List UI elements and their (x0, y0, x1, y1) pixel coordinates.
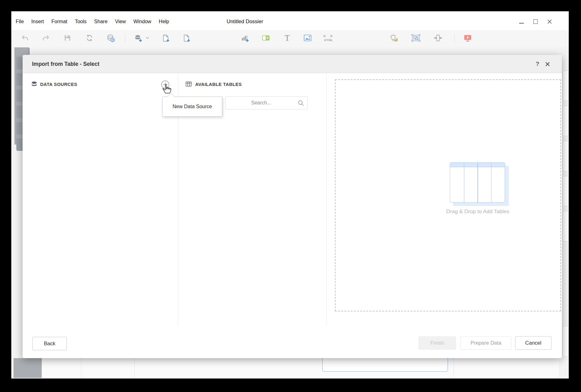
screen: File Insert Format Tools Share View Wind… (0, 0, 581, 392)
presentation-mode-button[interactable] (462, 31, 474, 45)
maximize-button[interactable] (533, 19, 538, 24)
image-icon (303, 34, 312, 42)
close-window-button[interactable] (547, 19, 552, 24)
dialog-title: Import from Table - Select (32, 55, 100, 73)
import-from-table-dialog: Import from Table - Select ? DATA SOURCE… (23, 55, 562, 358)
refresh-icon (85, 34, 94, 42)
background-panel (29, 358, 559, 378)
text-icon: T (285, 34, 290, 42)
tooltip-text: New Data Source (173, 104, 212, 109)
panel-add-icon (182, 34, 191, 42)
menu-window[interactable]: Window (133, 19, 152, 24)
background-divider (454, 358, 454, 378)
titlebar: File Insert Format Tools Share View Wind… (11, 11, 569, 32)
background-format-tile (562, 176, 569, 206)
menu-help[interactable]: Help (158, 19, 170, 24)
save-button[interactable] (62, 31, 73, 45)
menu-format[interactable]: Format (51, 19, 68, 24)
insert-page-button[interactable] (159, 31, 171, 45)
insert-panel-button[interactable] (180, 31, 192, 45)
background-format-tile (562, 326, 569, 357)
undo-icon (21, 34, 29, 42)
document-title: Untitled Dossier (227, 11, 263, 32)
insert-text-button[interactable]: T (281, 31, 293, 45)
menu-file[interactable]: File (15, 19, 24, 24)
contextual-insights-button[interactable] (388, 31, 400, 45)
free-form-layout-button[interactable] (410, 31, 422, 45)
redo-button[interactable] (40, 31, 52, 45)
toolbar: T < > HTML (11, 30, 569, 47)
insert-selector-button[interactable] (260, 31, 272, 45)
dialog-close-button[interactable] (545, 55, 550, 73)
finish-button[interactable]: Finish (418, 336, 456, 350)
drop-hint-text: Drag & Drop to Add Tables (415, 209, 541, 215)
insert-html-button[interactable]: < > HTML (323, 31, 335, 45)
toolbar-separator (454, 34, 455, 43)
data-sources-heading: DATA SOURCES (40, 82, 77, 87)
prepare-data-button[interactable]: Prepare Data (460, 336, 511, 350)
background-format-tile (562, 211, 569, 241)
background-divider (134, 358, 135, 378)
minimize-icon (519, 23, 524, 24)
save-icon (63, 34, 72, 42)
cancel-button[interactable]: Cancel (515, 336, 551, 350)
table-drop-zone[interactable]: Drag & Drop to Add Tables (335, 79, 561, 311)
hand-cursor (162, 84, 172, 94)
database-icon (31, 81, 38, 87)
menu-tools[interactable]: Tools (74, 19, 87, 24)
maximize-icon (533, 19, 538, 24)
table-illustration-column-line (464, 163, 465, 202)
fit-to-window-button[interactable] (432, 31, 444, 45)
menu-insert[interactable]: Insert (31, 19, 45, 24)
search-icon[interactable] (298, 100, 304, 107)
add-data-button[interactable] (132, 31, 144, 45)
available-tables-heading: AVAILABLE TABLES (195, 82, 242, 87)
background-divider (81, 358, 81, 378)
html-word: HTML (324, 38, 333, 42)
page-add-icon (161, 34, 170, 42)
dialog-header: Import from Table - Select ? (23, 55, 562, 73)
table-illustration (450, 162, 505, 203)
html-brackets: < > (323, 34, 334, 38)
search-input[interactable] (226, 97, 307, 109)
chart-add-icon (240, 34, 249, 42)
back-button[interactable]: Back (32, 337, 67, 350)
panel-divider (326, 73, 327, 326)
table-illustration-column-line (491, 163, 492, 202)
refresh-button[interactable] (83, 31, 95, 45)
presentation-icon (463, 34, 472, 42)
dialog-help-button[interactable]: ? (535, 55, 539, 73)
table-illustration-column-line (477, 163, 478, 202)
background-format-tile (562, 71, 569, 101)
add-data-dropdown[interactable] (144, 31, 151, 45)
minimize-button[interactable] (519, 19, 524, 24)
fit-width-icon (433, 34, 442, 42)
insert-image-button[interactable] (302, 31, 314, 45)
window-controls (519, 11, 552, 32)
html-icon: < > HTML (323, 34, 334, 42)
toolbar-separator (125, 34, 125, 43)
database-pause-icon (106, 34, 115, 42)
dialog-close-icon (545, 62, 550, 66)
insert-visualization-button[interactable] (239, 31, 251, 45)
menubar: File Insert Format Tools Share View Wind… (15, 11, 170, 32)
background-format-tile (562, 141, 569, 171)
new-data-source-tooltip: New Data Source (162, 97, 222, 117)
pause-datasets-button[interactable] (105, 31, 116, 45)
database-add-icon (134, 34, 143, 42)
menu-share[interactable]: Share (94, 19, 108, 24)
table-grid-icon (185, 81, 192, 87)
background-block (13, 358, 42, 378)
close-icon (547, 19, 552, 24)
chevron-down-icon (146, 36, 149, 40)
layout-canvas-icon (411, 33, 421, 43)
undo-button[interactable] (19, 31, 31, 45)
redo-icon (42, 34, 50, 42)
lightbulb-insights-icon (389, 33, 399, 43)
search-box (225, 96, 308, 109)
selector-icon (261, 34, 270, 42)
menu-view[interactable]: View (115, 19, 126, 24)
background-format-tile (562, 106, 569, 136)
